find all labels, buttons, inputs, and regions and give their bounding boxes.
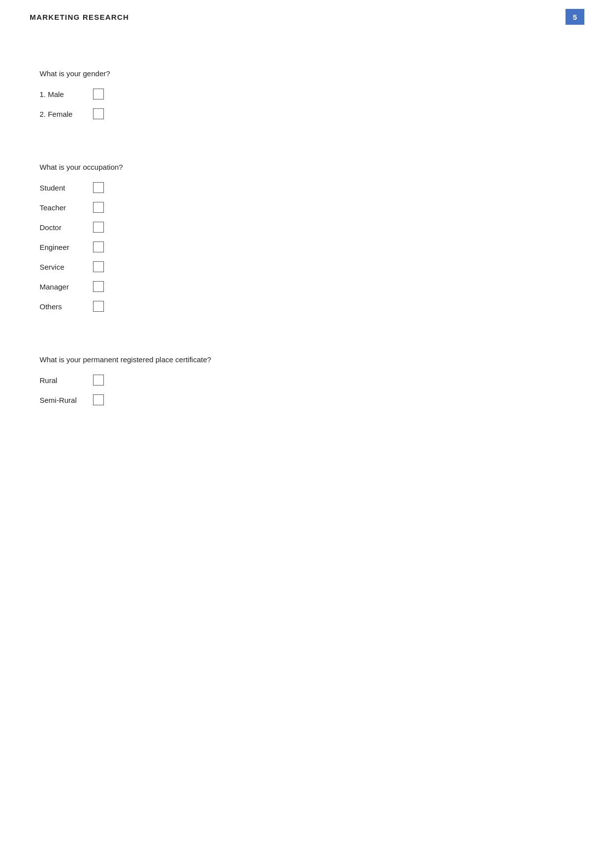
- checkbox-doctor[interactable]: [93, 222, 104, 233]
- checkbox-male[interactable]: [93, 89, 104, 99]
- checkbox-semi-rural[interactable]: [93, 394, 104, 405]
- divider-1: [40, 143, 574, 163]
- checkbox-manager[interactable]: [93, 281, 104, 292]
- checkbox-service[interactable]: [93, 261, 104, 272]
- question-gender-label: What is your gender?: [40, 69, 574, 78]
- option-label-manager: Manager: [40, 283, 84, 291]
- option-label-male: 1. Male: [40, 90, 84, 98]
- page-header: MARKETING RESEARCH 5: [0, 0, 614, 30]
- option-label-others: Others: [40, 302, 84, 311]
- checkbox-teacher[interactable]: [93, 202, 104, 213]
- checkbox-others[interactable]: [93, 301, 104, 312]
- option-row-teacher: Teacher: [40, 202, 574, 213]
- question-gender: What is your gender? 1. Male 2. Female: [40, 69, 574, 119]
- option-label-female: 2. Female: [40, 110, 84, 118]
- option-label-student: Student: [40, 184, 84, 192]
- option-row-service: Service: [40, 261, 574, 272]
- option-row-doctor: Doctor: [40, 222, 574, 233]
- checkbox-engineer[interactable]: [93, 241, 104, 252]
- checkbox-rural[interactable]: [93, 375, 104, 386]
- option-label-doctor: Doctor: [40, 223, 84, 232]
- question-occupation: What is your occupation? Student Teacher…: [40, 163, 574, 312]
- option-row-male: 1. Male: [40, 89, 574, 99]
- option-row-manager: Manager: [40, 281, 574, 292]
- option-label-semi-rural: Semi-Rural: [40, 396, 84, 404]
- option-row-rural: Rural: [40, 375, 574, 386]
- question-certificate: What is your permanent registered place …: [40, 355, 574, 405]
- option-row-engineer: Engineer: [40, 241, 574, 252]
- checkbox-student[interactable]: [93, 182, 104, 193]
- content-area: What is your gender? 1. Male 2. Female W…: [0, 30, 614, 459]
- checkbox-female[interactable]: [93, 108, 104, 119]
- option-label-engineer: Engineer: [40, 243, 84, 251]
- option-row-others: Others: [40, 301, 574, 312]
- option-row-semi-rural: Semi-Rural: [40, 394, 574, 405]
- question-certificate-label: What is your permanent registered place …: [40, 355, 574, 364]
- option-row-female: 2. Female: [40, 108, 574, 119]
- page-number: 5: [566, 9, 584, 25]
- option-row-student: Student: [40, 182, 574, 193]
- question-occupation-label: What is your occupation?: [40, 163, 574, 171]
- option-label-service: Service: [40, 263, 84, 271]
- divider-2: [40, 336, 574, 355]
- page-title: MARKETING RESEARCH: [30, 13, 129, 21]
- option-label-rural: Rural: [40, 376, 84, 385]
- option-label-teacher: Teacher: [40, 203, 84, 212]
